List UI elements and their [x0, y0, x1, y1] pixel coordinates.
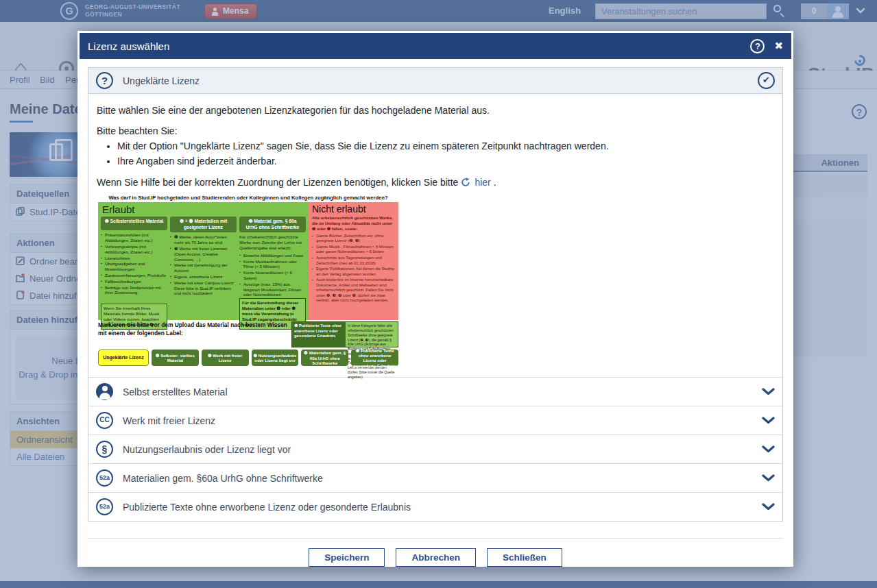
category5-header: ❺ Publizierte Texte ohne erworbene Lizen…	[292, 322, 346, 347]
allowed-item: Auszüge (max. 15%) aus längeren Musikstü…	[239, 282, 306, 297]
allowed-item: Vorlesungsskripte (mit Abbildungen, Zita…	[101, 244, 167, 255]
allowed-item: ❸ Werke mit freien Lizenzen (Open Access…	[170, 246, 237, 262]
not-allowed-heading: Nicht erlaubt	[312, 204, 395, 215]
dialog-close-icon[interactable]: ✖	[774, 40, 783, 52]
not-allowed-intro: Alle urheberrechtlich geschützten Werke,…	[312, 216, 395, 232]
accordion-header-ungeklaerte-lizenz[interactable]: ? Ungeklärte Lizenz ✔	[88, 68, 782, 94]
license-dialog: Lizenz auswählen ? ✖ ? Ungeklärte Lizenz…	[77, 31, 793, 567]
label-chip-2: ❷ Werk mit freier Lizenz	[202, 350, 249, 366]
chevron-down-icon	[762, 445, 775, 453]
external-help-icon	[461, 177, 470, 187]
not-allowed-panel: Nicht erlaubt Alle urheberrechtlich gesc…	[309, 202, 398, 320]
chevron-down-icon	[762, 474, 775, 482]
column-header: ❹ Material gem. § 60a UrhG ohne Schriftw…	[239, 217, 306, 232]
accordion-label: Selbst erstelltes Material	[123, 387, 228, 397]
cancel-button[interactable]: Abbrechen	[396, 548, 476, 567]
label-chip-3: ❸ Nutzungserlaubnis oder Lizenz liegt vo…	[252, 350, 299, 366]
label-chips-row: Ungeklärte Lizenz ❶ Selbster- stelltes M…	[98, 350, 398, 366]
allowed-item: Beiträge von Studierenden mit ihrer Zust…	[101, 285, 167, 296]
save-button[interactable]: Speichern	[309, 548, 385, 567]
allowed-item: Kurze Musikaufnahmen oder Filme (< 5 Min…	[239, 259, 306, 270]
person-circle-icon	[96, 383, 113, 400]
chevron-down-icon	[762, 503, 775, 511]
52a-circle-icon: 52a	[96, 498, 113, 515]
paragraph-circle-icon: §	[96, 441, 113, 458]
license-accordion: ? Ungeklärte Lizenz ✔ Bitte wählen Sie e…	[88, 67, 783, 522]
help-link[interactable]: hier	[474, 177, 490, 188]
label-chip-5: ❺ Publizierte Texte ohne erworbene Lizen…	[351, 350, 398, 366]
accordion-label: Materialien gem. §60a UrhG ohne Schriftw…	[123, 473, 323, 484]
not-allowed-item: Eigene Publikationen, bei denen die Rech…	[312, 267, 395, 277]
column-intro: Für urheberrechtlich geschützte Werke zu…	[239, 234, 306, 250]
license-intro-text: Bitte wählen Sie eine der angebotenen Li…	[97, 105, 773, 116]
accordion-label: Publizierte Texte ohne erworbene Lizenz …	[123, 502, 411, 513]
help-line: Wenn Sie Hilfe bei der korrekten Zuordnu…	[97, 177, 773, 188]
accordion-content: Bitte wählen Sie eine der angebotenen Li…	[88, 94, 782, 377]
label-chip-4: ❹ Materialien gem. § 60a UrhG ohne Schri…	[301, 350, 348, 366]
allowed-item: Werke mit einer Campus-Lizenz: Diese bit…	[170, 280, 237, 296]
category5-box: ❺ Publizierte Texte ohne erworbene Lizen…	[291, 321, 398, 347]
note-heading: Bitte beachten Sie:	[97, 125, 773, 136]
allowed-item: Kurze Noteneditionen (< 6 Seiten)	[239, 270, 306, 281]
dialog-footer: Speichern Abbrechen Schließen	[88, 548, 783, 567]
not-allowed-item: Auch kostenlos im Internet herunterladba…	[312, 278, 395, 304]
accordion-row-nutzungserlaubnis[interactable]: § Nutzungserlaubnis oder Lizenz liegt vo…	[88, 434, 782, 463]
allowed-heading: Erlaubt	[102, 204, 306, 215]
license-infographic: Was darf in Stud.IP hochgeladen und Stud…	[98, 195, 398, 366]
allowed-item: Literaturlisten	[101, 256, 167, 261]
accordion-label: Werk mit freier Lizenz	[123, 415, 215, 426]
allowed-panel: Erlaubt ❶ Selbsterstelltes Material Präs…	[98, 202, 309, 320]
note-item: Mit der Option "Ungeklärte Lizenz" sagen…	[117, 139, 773, 154]
label-chip-1: ❶ Selbster- stelltes Material	[152, 350, 199, 366]
chevron-down-icon	[762, 417, 775, 424]
not-allowed-item: Ausschnitte aus Tageszeitungen und Zeits…	[312, 256, 395, 266]
accordion-row-materialien-60a[interactable]: 52a Materialien gem. §60a UrhG ohne Schr…	[88, 463, 782, 492]
allowed-column-1: ❶ Selbsterstelltes Material Präsentation…	[101, 217, 167, 329]
help-line-text: Wenn Sie Hilfe bei der korrekten Zuordnu…	[97, 177, 458, 188]
allowed-item: Präsentationsfolien (mit Abbildungen, Zi…	[101, 232, 167, 243]
accordion-label: Nutzungserlaubnis oder Lizenz liegt vor	[123, 444, 291, 455]
allowed-item: Fallbeschreibungen	[101, 279, 167, 284]
dialog-titlebar: Lizenz auswählen ? ✖	[80, 33, 791, 59]
cc-circle-icon: CC	[96, 412, 113, 429]
label-chip-ungeklaert: Ungeklärte Lizenz	[98, 350, 149, 366]
dialog-help-icon[interactable]: ?	[750, 39, 765, 53]
allowed-column-2: ❷ + ❸ Materialien mit geeigneter Lizenz …	[170, 217, 237, 329]
help-line-period: .	[494, 177, 496, 188]
check-circle-icon: ✔	[758, 72, 775, 89]
close-button[interactable]: Schließen	[487, 548, 562, 567]
chevron-down-icon	[762, 388, 775, 395]
allowed-column-3: ❹ Material gem. § 60a UrhG ohne Schriftw…	[239, 217, 306, 329]
column-header: ❶ Selbsterstelltes Material	[101, 217, 167, 230]
upload-note: Markieren Sie bitte vor dem Upload das M…	[98, 321, 289, 347]
infographic-title: Was darf in Stud.IP hochgeladen und Stud…	[98, 195, 398, 201]
column-header: ❷ + ❸ Materialien mit geeigneter Lizenz	[170, 217, 237, 232]
accordion-row-selbst-erstelltes-material[interactable]: Selbst erstelltes Material	[88, 377, 782, 406]
accordion-row-publizierte-texte[interactable]: 52a Publizierte Texte ohne erworbene Liz…	[88, 492, 782, 521]
dialog-title: Lizenz auswählen	[88, 40, 750, 52]
allowed-item: Zusammenfassungen, Protokolle	[101, 273, 167, 278]
category5-body: In diese Kategorie fallen alle urheberre…	[346, 322, 398, 347]
52a-circle-icon: 52a	[96, 469, 113, 487]
allowed-item: Eigene, erworbene Lizenz	[170, 274, 237, 280]
allowed-item: Einzelne Abbildungen und Fotos	[239, 253, 306, 258]
not-allowed-item: Ganze Bücher, Zeitschriften etc. ohne ge…	[312, 234, 395, 244]
allowed-item: ❷ Werke, deren Autor*innen mehr als 70 J…	[170, 234, 237, 245]
allowed-item: Übungsaufgaben und Musterlösungen	[101, 261, 167, 272]
accordion-row-werk-mit-freier-lizenz[interactable]: CC Werk mit freier Lizenz	[88, 406, 782, 434]
accordion-label: Ungeklärte Lizenz	[123, 75, 200, 86]
help-circle-icon: ?	[96, 72, 113, 89]
note-list: Mit der Option "Ungeklärte Lizenz" sagen…	[117, 139, 773, 169]
footer-divider	[88, 538, 783, 539]
allowed-item: Werke mit Genehmigung der Autoren	[170, 262, 237, 273]
note-item: Ihre Angaben sind jederzeit änderbar.	[117, 154, 773, 169]
not-allowed-item: Ganze Musik-, Filmaufnahmen > 5 Minuten …	[312, 245, 395, 255]
